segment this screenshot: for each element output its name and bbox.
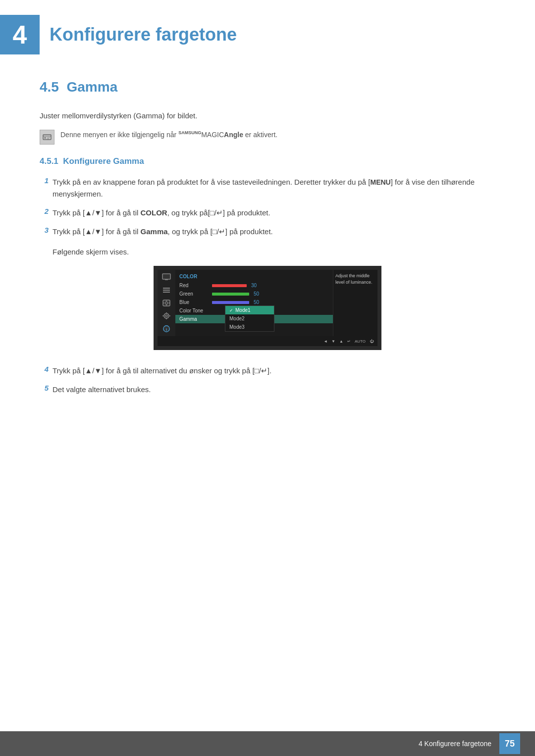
- bar-blue: [212, 301, 249, 304]
- step-item: 3 Trykk på [▲/▼] for å gå til Gamma, og …: [40, 226, 495, 238]
- menu-label-gamma: Gamma: [179, 316, 209, 322]
- menu-label-blue: Blue: [179, 300, 209, 305]
- note-text: Denne menyen er ikke tilgjengelig når SA…: [60, 130, 277, 140]
- monitor-sidebar: i: [158, 270, 175, 336]
- step-text: Trykk på [▲/▼] for å gå til COLOR, og tr…: [53, 207, 270, 219]
- monitor-icon: [161, 273, 172, 282]
- step-text: Trykk på en av knappene foran på produkt…: [53, 176, 495, 200]
- monitor-screen: i COLOR Red 30: [158, 270, 377, 336]
- info-icon: i: [161, 324, 172, 333]
- bottom-btn-enter: ↵: [347, 339, 351, 344]
- menu-header: COLOR: [175, 273, 333, 281]
- bottom-btn-down: ▼: [331, 339, 335, 344]
- svg-rect-5: [162, 274, 170, 279]
- svg-rect-2: [44, 137, 46, 139]
- step-number-4: 4: [40, 365, 49, 373]
- gear-icon: [161, 311, 172, 320]
- page-footer: 4 Konfigurere fargetone 75: [0, 731, 535, 756]
- step-number-5: 5: [40, 384, 49, 392]
- monitor-help-text: Adjust the middle level of luminance.: [333, 270, 377, 336]
- bottom-btn-power: ⏻: [370, 339, 374, 344]
- page-content: 4.5 Gamma Juster mellomverdilystyrken (G…: [0, 79, 535, 396]
- chapter-title: Konfigurere fargetone: [50, 24, 237, 45]
- chapter-header: 4 Konfigurere fargetone: [0, 0, 535, 64]
- settings-icon: [161, 299, 172, 307]
- dropdown-item-mode3: Mode3: [225, 323, 274, 331]
- steps-list: 1 Trykk på en av knappene foran på produ…: [40, 176, 495, 238]
- step-item: 2 Trykk på [▲/▼] for å gå til COLOR, og …: [40, 207, 495, 219]
- monitor-screenshot: i COLOR Red 30: [40, 266, 495, 350]
- step-number: 3: [40, 226, 49, 234]
- step-text-5: Det valgte alternativet brukes.: [53, 384, 151, 396]
- bar-container-blue: 50: [212, 300, 329, 305]
- chapter-number: 4: [13, 20, 27, 50]
- bottom-btn-up: ▲: [339, 339, 343, 344]
- bottom-btn-auto: AUTO: [355, 339, 366, 344]
- bar-value-blue: 50: [251, 300, 259, 305]
- menu-row-red: Red 30: [175, 281, 333, 290]
- note-icon: [40, 130, 54, 145]
- step-item-5: 5 Det valgte alternativet brukes.: [40, 384, 495, 396]
- step-text: Trykk på [▲/▼] for å gå til Gamma, og tr…: [53, 226, 273, 238]
- note-box: Denne menyen er ikke tilgjengelig når SA…: [40, 130, 495, 145]
- svg-point-18: [165, 315, 167, 317]
- monitor-menu: COLOR Red 30 Green 50: [175, 270, 333, 336]
- bar-container-green: 50: [212, 291, 329, 297]
- svg-text:i: i: [166, 327, 167, 332]
- footer-page-number: 75: [499, 733, 520, 754]
- subsection-title: 4.5.1 Konfigurere Gamma: [40, 156, 495, 166]
- footer-text: 4 Konfigurere fargetone: [419, 740, 491, 748]
- step-item-4: 4 Trykk på [▲/▼] for å gå til alternativ…: [40, 365, 495, 377]
- step-number: 1: [40, 176, 49, 185]
- dropdown-overlay: ✓ Mode1 Mode2 Mode3: [225, 305, 274, 332]
- following-text: Følgende skjerm vises.: [53, 248, 495, 256]
- bar-container-red: 30: [212, 283, 329, 288]
- dropdown-item-mode2: Mode2: [225, 314, 274, 323]
- step-number: 2: [40, 207, 49, 215]
- svg-point-12: [165, 302, 168, 304]
- menu-label-red: Red: [179, 283, 209, 288]
- monitor-bottom-bar: ◄ ▼ ▲ ↵ AUTO ⏻: [158, 336, 377, 346]
- bottom-btn-left: ◄: [323, 339, 327, 344]
- steps-list-after: 4 Trykk på [▲/▼] for å gå til alternativ…: [40, 365, 495, 396]
- chapter-number-block: 4: [0, 15, 40, 54]
- section-title: 4.5 Gamma: [40, 79, 495, 95]
- menu-label-colortone: Color Tone: [179, 308, 209, 313]
- step-text-4: Trykk på [▲/▼] for å gå til alternativet…: [53, 365, 271, 377]
- menu-label-green: Green: [179, 291, 209, 297]
- bar-green: [212, 293, 249, 296]
- menu-row-green: Green 50: [175, 290, 333, 298]
- intro-text: Juster mellomverdilystyrken (Gamma) for …: [40, 110, 495, 122]
- bar-value-red: 30: [249, 283, 257, 288]
- bar-red: [212, 284, 247, 287]
- step-item: 1 Trykk på en av knappene foran på produ…: [40, 176, 495, 200]
- dropdown-item-mode1: ✓ Mode1: [225, 306, 274, 314]
- bar-value-green: 50: [251, 291, 259, 297]
- list-icon: [161, 286, 172, 295]
- monitor-outer: i COLOR Red 30: [154, 266, 381, 350]
